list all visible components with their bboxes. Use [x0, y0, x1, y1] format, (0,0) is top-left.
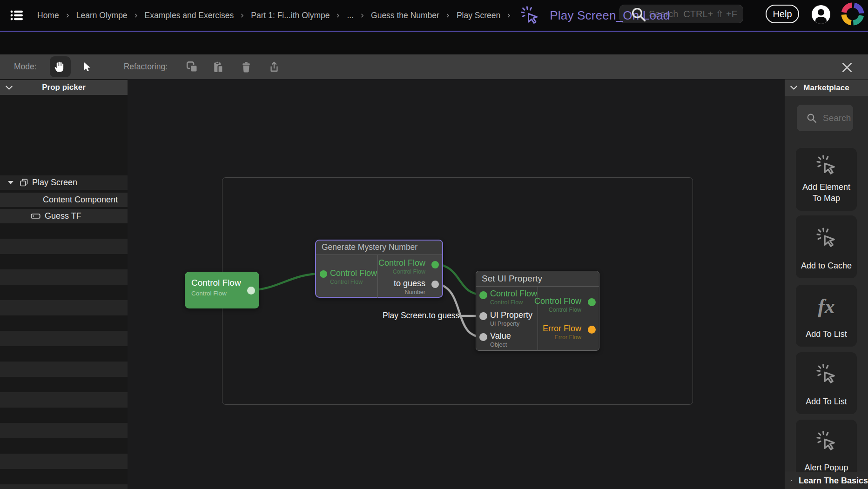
chevron-down-icon[interactable]	[789, 83, 799, 93]
chevron-right-icon	[506, 12, 511, 19]
tree-item-content-component[interactable]: Content Component	[0, 193, 128, 207]
placeholder-row	[0, 331, 128, 346]
copy-button[interactable]	[184, 59, 200, 75]
node-body: Control Flow Control Flow Control Flow C…	[316, 255, 442, 298]
port-type: Control Flow	[330, 279, 377, 285]
olympe-logo-icon[interactable]	[840, 1, 866, 27]
learn-the-basics-bar[interactable]: Learn The Basics	[785, 472, 868, 489]
chevron-right-icon	[790, 477, 793, 484]
marketplace-search-box	[797, 105, 853, 131]
cursor-click-icon	[816, 363, 837, 385]
output-control-flow: Control Flow Control Flow	[534, 297, 581, 313]
port-type: Error Flow	[543, 335, 581, 341]
textfield-icon	[31, 213, 40, 220]
output-port-control-flow[interactable]	[247, 287, 255, 295]
cursor-click-icon	[816, 154, 837, 176]
placeholder-row	[0, 423, 128, 438]
breadcrumb-play-screen[interactable]: Play Screen	[457, 11, 500, 20]
chevron-right-icon	[336, 12, 341, 19]
canvas-frame-outline	[222, 177, 693, 405]
output-port-control-flow[interactable]	[431, 261, 439, 268]
port-label: Control Flow	[534, 297, 581, 305]
node-generate-mystery-number[interactable]: Generate Mystery Number Control Flow Con…	[315, 240, 443, 298]
account-icon[interactable]	[811, 4, 831, 25]
node-control-flow-start[interactable]: Control Flow Control Flow	[185, 272, 259, 308]
port-label: Control Flow	[378, 259, 425, 267]
prop-picker-title: Prop picker	[0, 83, 128, 92]
node-subtitle: Control Flow	[191, 290, 227, 297]
marketplace-item-add-element-to-map[interactable]: Add Element To Map	[796, 148, 857, 211]
marketplace-header: Marketplace	[785, 80, 868, 96]
expand-caret-icon[interactable]	[8, 181, 13, 184]
tree-item-guess-tf[interactable]: Guess TF	[0, 209, 128, 223]
input-ui-property: UI Property UI Property	[490, 311, 532, 327]
input-control-flow: Control Flow Control Flow	[490, 289, 537, 306]
port-label: Error Flow	[543, 324, 581, 333]
marketplace-item-add-to-list[interactable]: Add To List	[796, 352, 857, 414]
menu-icon[interactable]	[7, 6, 27, 25]
copy-icon	[185, 60, 199, 74]
breadcrumb-ellipsis[interactable]: ...	[347, 11, 354, 20]
port-label: UI Property	[490, 311, 532, 319]
input-control-flow: Control Flow Control Flow	[330, 269, 377, 285]
tree-item-play-screen[interactable]: Play Screen	[0, 175, 128, 190]
prop-picker-placeholder-rows	[0, 239, 128, 489]
input-port-control-flow[interactable]	[479, 291, 487, 299]
port-type: UI Property	[490, 321, 532, 327]
pointer-icon	[81, 60, 93, 74]
output-port-error-flow[interactable]	[588, 326, 596, 334]
breadcrumb-guess-the-number[interactable]: Guess the Number	[371, 11, 439, 20]
input-port-control-flow[interactable]	[320, 270, 327, 278]
port-type: Control Flow	[490, 300, 537, 306]
select-mode-button[interactable]	[77, 56, 96, 77]
hand-icon	[54, 60, 67, 74]
chevron-right-icon	[445, 12, 451, 19]
editor-toolbar: Mode: Refactoring:	[0, 54, 868, 79]
help-button[interactable]: Help	[766, 5, 799, 23]
port-label: Control Flow	[490, 289, 537, 298]
output-port-to-guess[interactable]	[431, 281, 439, 288]
chevron-right-icon	[134, 12, 139, 19]
mode-label: Mode:	[14, 62, 37, 72]
marketplace-item-add-to-list-fx[interactable]: fx Add To List	[796, 285, 857, 347]
marketplace-item-add-to-cache[interactable]: Add to Cache	[796, 215, 857, 278]
paste-icon[interactable]	[210, 59, 226, 75]
close-icon[interactable]	[840, 60, 854, 74]
input-port-ui-property[interactable]	[479, 312, 487, 320]
prop-picker-panel: Prop picker Play Screen Content Componen…	[0, 79, 128, 489]
top-bar: Home Learn Olympe Examples and Exercises…	[0, 0, 868, 32]
node-body: Control Flow Control Flow UI Property UI…	[476, 287, 599, 351]
learn-the-basics-label: Learn The Basics	[799, 476, 868, 486]
marketplace-item-label: Add Element To Map	[798, 182, 855, 204]
chevron-right-icon	[360, 12, 365, 19]
delete-icon[interactable]	[238, 59, 254, 75]
placeholder-row	[0, 269, 128, 285]
breadcrumb-home[interactable]: Home	[37, 11, 59, 20]
placeholder-row	[0, 362, 128, 377]
breadcrumb-part1[interactable]: Part 1: Fi...ith Olympe	[251, 11, 330, 20]
breadcrumb-learn-olympe[interactable]: Learn Olympe	[76, 11, 128, 20]
port-type: Number	[394, 289, 425, 295]
node-set-ui-property[interactable]: Set UI Property Control Flow Control Flo…	[476, 271, 599, 351]
output-port-control-flow[interactable]	[588, 298, 596, 306]
marketplace-search-input[interactable]	[797, 105, 853, 131]
component-instance-icon	[20, 179, 28, 187]
output-to-guess: to guess Number	[394, 279, 425, 295]
tree-item-label: Content Component	[43, 195, 118, 205]
cursor-click-icon	[816, 227, 837, 248]
placeholder-row	[0, 392, 128, 408]
node-header[interactable]: Generate Mystery Number	[316, 241, 442, 255]
top-gap-strip	[0, 32, 868, 54]
node-header[interactable]: Set UI Property	[476, 271, 599, 287]
pan-mode-button[interactable]	[50, 56, 71, 77]
chevron-down-icon[interactable]	[4, 83, 14, 93]
breadcrumb-examples[interactable]: Examples and Exercises	[145, 11, 234, 20]
tree-item-label: Play Screen	[32, 178, 77, 188]
port-type: Object	[490, 342, 511, 348]
input-port-value[interactable]	[479, 333, 487, 341]
port-type: Control Flow	[534, 307, 581, 313]
chevron-right-icon	[240, 12, 245, 19]
cursor-click-icon	[816, 430, 837, 452]
input-value: Value Object	[490, 332, 511, 348]
export-icon[interactable]	[266, 59, 282, 75]
